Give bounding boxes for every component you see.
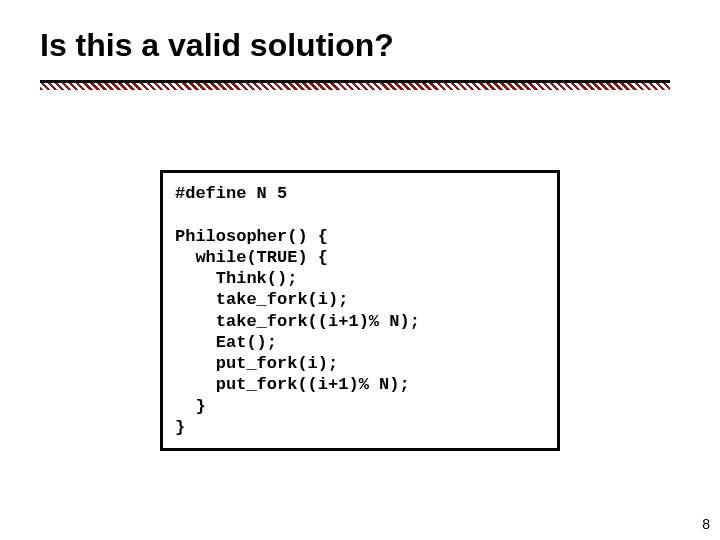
- code-line: Eat();: [175, 333, 277, 352]
- code-line: while(TRUE) {: [175, 248, 328, 267]
- code-line: #define N 5: [175, 184, 287, 203]
- title-rule: [40, 80, 670, 90]
- code-line: put_fork(i);: [175, 354, 338, 373]
- code-line: Philosopher() {: [175, 227, 328, 246]
- code-line: put_fork((i+1)% N);: [175, 375, 410, 394]
- code-line: take_fork((i+1)% N);: [175, 312, 420, 331]
- slide-title: Is this a valid solution?: [40, 28, 394, 63]
- page-number: 8: [702, 516, 710, 532]
- code-line: }: [175, 418, 185, 437]
- code-listing: #define N 5 Philosopher() { while(TRUE) …: [175, 183, 545, 438]
- rule-top-edge: [40, 80, 670, 83]
- code-line: take_fork(i);: [175, 290, 348, 309]
- code-line: Think();: [175, 269, 297, 288]
- code-line: }: [175, 397, 206, 416]
- code-box: #define N 5 Philosopher() { while(TRUE) …: [160, 170, 560, 451]
- slide: Is this a valid solution? #define N 5 Ph…: [0, 0, 720, 540]
